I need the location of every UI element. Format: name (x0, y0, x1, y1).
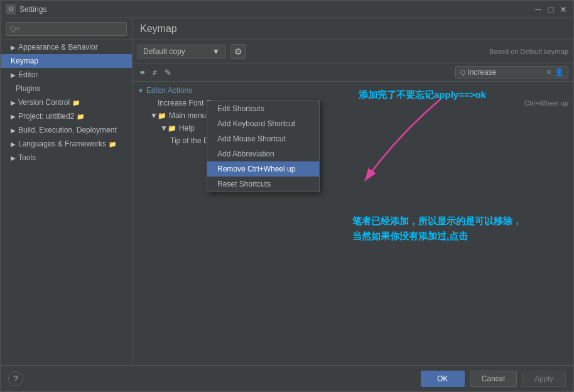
sidebar-item-tools[interactable]: ▶ Tools (1, 151, 132, 165)
item-label: Reset Shortcuts (217, 180, 271, 188)
folder-icon: 📁 (158, 112, 166, 120)
expand-icon: ▶ (11, 99, 16, 106)
folder-icon: 📁 (168, 124, 176, 133)
apply-label: Apply (534, 374, 553, 383)
sidebar-item-label: Languages & Frameworks (18, 139, 106, 148)
keymap-dropdown[interactable]: Default copy ▼ (138, 45, 225, 58)
title-bar: ⚙ Settings ─ □ ✕ (1, 1, 573, 18)
help-button[interactable]: ? (8, 371, 23, 386)
dropdown-value: Default copy (143, 47, 185, 56)
sidebar-item-keymap[interactable]: Keymap (1, 54, 132, 68)
sidebar-item-label: Plugins (16, 84, 40, 93)
section-label: Editor Actions (146, 86, 192, 95)
item-label: Remove Ctrl+Wheel up (217, 165, 295, 173)
expand-icon: ▼ (160, 124, 168, 133)
bottom-bar: ? OK Cancel Apply (1, 365, 573, 391)
gear-button[interactable]: ⚙ (230, 44, 246, 59)
window-title: Settings (19, 5, 533, 14)
keymap-toolbar: Default copy ▼ ⚙ Based on Default keymap (133, 40, 573, 63)
user-icon: 👤 (555, 68, 564, 77)
sidebar-item-editor[interactable]: ▶ Editor (1, 68, 132, 82)
sidebar-item-plugins[interactable]: Plugins (1, 82, 132, 95)
shortcut-label: Ctrl+Wheel up (524, 99, 568, 107)
main-menu-label: Main menu (169, 111, 206, 120)
app-icon: ⚙ (6, 4, 16, 14)
collapse-all-icon: ≠ (153, 68, 157, 77)
context-menu: Edit Shortcuts Add Keyboard Shortcut Add… (207, 101, 320, 192)
context-menu-item-add-abbrev[interactable]: Add Abbreviation (207, 146, 319, 161)
annotation-note: 笔者已经添加，所以显示的是可以移除，当然如果你没有添加过,点击 (352, 214, 528, 244)
expand-icon: ▶ (11, 155, 16, 161)
help-icon: ? (13, 374, 18, 383)
expand-icon: ▶ (11, 44, 16, 51)
item-label: Edit Shortcuts (217, 104, 264, 113)
sidebar-item-label: Keymap (11, 57, 38, 65)
sidebar-search-box (1, 18, 132, 40)
ok-label: OK (437, 374, 448, 383)
right-panel: Keymap Default copy ▼ ⚙ Based on Default… (133, 18, 573, 365)
expand-all-button[interactable]: ≡ (138, 67, 148, 79)
action-toolbar: ≡ ≠ ✎ Q ✕ 👤 (133, 63, 573, 82)
search-input[interactable] (468, 68, 543, 77)
expand-icon: ▶ (11, 141, 16, 148)
sidebar-item-version-control[interactable]: ▶ Version Control 📁 (1, 95, 132, 109)
search-bar: Q ✕ 👤 (455, 66, 568, 79)
tree-area: ▼ Editor Actions Increase Font Size Ctrl… (133, 82, 573, 365)
tree-row-tip[interactable]: Tip of the Day (133, 134, 573, 147)
cancel-button[interactable]: Cancel (470, 371, 517, 387)
dropdown-arrow-icon: ▼ (212, 47, 220, 56)
expand-all-icon: ≡ (140, 68, 145, 77)
tree-row-help[interactable]: ▼ 📁 Help (133, 122, 573, 134)
gear-icon: ⚙ (234, 46, 242, 57)
tree-row-increase[interactable]: Increase Font Size Ctrl+Wheel up (133, 97, 573, 109)
search-icon: Q (460, 68, 465, 76)
context-menu-item-remove[interactable]: Remove Ctrl+Wheel up (207, 161, 319, 177)
edit-icon: ✎ (165, 68, 171, 77)
ok-button[interactable]: OK (421, 371, 465, 387)
sidebar-item-project[interactable]: ▶ Project: untitled2 📁 (1, 109, 132, 123)
cancel-label: Cancel (482, 374, 505, 383)
sidebar: ▶ Appearance & Behavior Keymap ▶ Editor … (1, 18, 133, 365)
based-on-label: Based on Default keymap (489, 48, 568, 55)
sidebar-search-input[interactable] (6, 22, 127, 36)
context-menu-item-edit[interactable]: Edit Shortcuts (207, 101, 319, 116)
close-button[interactable]: ✕ (558, 4, 568, 14)
help-label: Help (179, 124, 195, 133)
context-menu-item-add-mouse[interactable]: Add Mouse Shortcut (207, 131, 319, 146)
expand-icon: ▶ (11, 127, 16, 134)
context-menu-item-reset[interactable]: Reset Shortcuts (207, 177, 319, 192)
collapse-all-button[interactable]: ≠ (150, 67, 160, 79)
sidebar-item-label: Project: untitled2 (18, 112, 74, 121)
expand-icon: ▼ (150, 111, 158, 120)
tree-section-editor-actions[interactable]: ▼ Editor Actions (133, 84, 573, 97)
sidebar-item-languages[interactable]: ▶ Languages & Frameworks 📁 (1, 137, 132, 151)
context-menu-item-add-keyboard[interactable]: Add Keyboard Shortcut (207, 116, 319, 131)
tree-row-main-menu[interactable]: ▼ 📁 Main menu (133, 109, 573, 122)
sidebar-item-label: Version Control (18, 98, 70, 107)
window-controls: ─ □ ✕ (533, 4, 568, 14)
sidebar-item-label: Tools (18, 153, 36, 162)
item-label: Add Abbreviation (217, 150, 274, 158)
apply-button[interactable]: Apply (522, 371, 566, 387)
main-content: ▶ Appearance & Behavior Keymap ▶ Editor … (1, 18, 573, 365)
section-arrow-icon: ▼ (138, 87, 144, 94)
sidebar-item-label: Build, Execution, Deployment (18, 126, 117, 134)
minimize-button[interactable]: ─ (533, 4, 543, 14)
clear-search-icon[interactable]: ✕ (546, 68, 552, 77)
sidebar-item-label: Editor (18, 70, 38, 79)
maximize-button[interactable]: □ (546, 4, 556, 14)
settings-window: ⚙ Settings ─ □ ✕ ▶ Appearance & Behavior… (0, 0, 574, 392)
sidebar-item-appearance[interactable]: ▶ Appearance & Behavior (1, 40, 132, 54)
expand-icon: ▶ (11, 72, 16, 79)
item-label: Add Keyboard Shortcut (217, 119, 295, 128)
item-label: Add Mouse Shortcut (217, 134, 286, 143)
expand-icon: ▶ (11, 113, 16, 120)
sidebar-item-build[interactable]: ▶ Build, Execution, Deployment (1, 123, 132, 137)
panel-title: Keymap (133, 18, 573, 40)
sidebar-item-label: Appearance & Behavior (18, 43, 98, 52)
edit-button[interactable]: ✎ (162, 67, 174, 79)
